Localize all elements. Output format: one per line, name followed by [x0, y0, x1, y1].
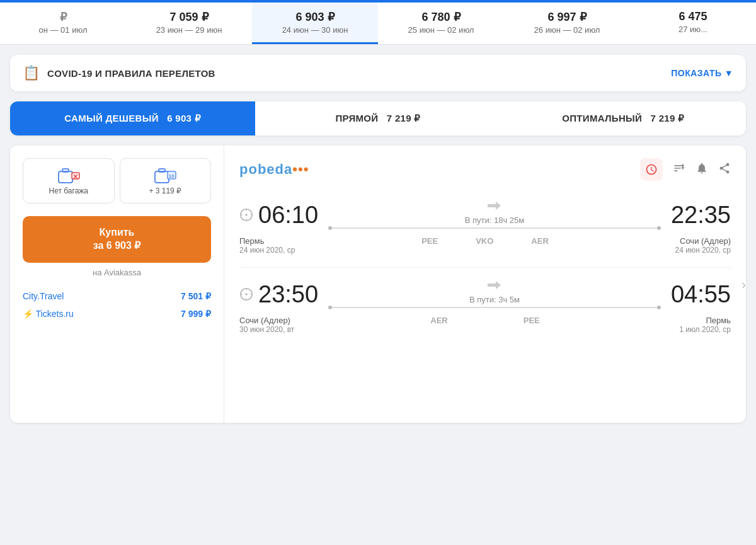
flight-duration-1: В пути: 18ч 25м: [328, 215, 661, 225]
buy-line1: Купить: [100, 227, 135, 238]
to-code-1: AER: [531, 236, 548, 246]
date-tab-dates-3: 25 июн — 02 июл: [388, 25, 494, 35]
flight-line-1: [328, 227, 661, 229]
from-city-2: Сочи (Адлер): [239, 316, 315, 325]
filter-tab-optimal[interactable]: ОПТИМАЛЬНЫЙ 7 219 ₽: [501, 101, 746, 135]
timer-icon: [645, 163, 658, 176]
alt-price-row-0[interactable]: City.Travel 7 501 ₽: [23, 287, 211, 305]
date-tab-price-2: 6 903 ₽: [262, 10, 368, 24]
flight-card: Нет багажа 10 + 3 119 ₽ Ку: [10, 146, 746, 423]
baggage-with-luggage[interactable]: 10 + 3 119 ₽: [120, 158, 212, 204]
svg-rect-5: [155, 171, 169, 183]
svg-rect-0: [59, 171, 72, 183]
arrive-time-1: 22:35: [671, 202, 731, 228]
buy-button[interactable]: Купить за 6 903 ₽: [23, 216, 211, 263]
depart-time-block-1: 06:10: [239, 202, 318, 229]
from-city-1: Пермь: [239, 236, 315, 246]
baggage-no-luggage-icon-wrap: [28, 166, 109, 184]
buy-source: на Aviakassa: [23, 268, 211, 277]
date-tab-2[interactable]: 6 903 ₽ 24 июн — 30 июн: [252, 3, 378, 44]
covid-icon: 📋: [23, 65, 40, 81]
filter-tab-direct-price: 7 219 ₽: [387, 113, 421, 123]
filter-tab-optimal-price: 7 219 ₽: [651, 113, 685, 123]
from-code-2: AER: [430, 316, 447, 325]
svg-rect-6: [159, 169, 165, 172]
flight-middle-2: В пути: 3ч 5м: [318, 278, 671, 311]
share-icon[interactable]: [718, 162, 731, 178]
date-tab-4[interactable]: 6 997 ₽ 26 июн — 02 июл: [504, 3, 630, 44]
date-tab-price-3: 6 780 ₽: [388, 10, 494, 24]
filter-tab-cheapest[interactable]: САМЫЙ ДЕШЕВЫЙ 6 903 ₽: [10, 101, 255, 135]
compass-icon-1: [239, 208, 253, 222]
covid-show-label: ПОКАЗАТЬ: [671, 68, 721, 78]
plane-icon-1: [328, 198, 661, 213]
flight-middle-1: В пути: 18ч 25м: [318, 198, 671, 231]
expand-arrow[interactable]: ›: [742, 277, 746, 292]
depart-time-2: 23:50: [258, 281, 318, 308]
buy-line2: за 6 903 ₽: [93, 240, 141, 251]
flight-codes-2: Сочи (Адлер) 30 июн 2020, вт AER PEE Пер…: [239, 316, 731, 334]
filter-tab-cheapest-price: 6 903 ₽: [167, 113, 201, 123]
segment-divider: [239, 267, 731, 268]
from-code-1: PEE: [421, 236, 438, 246]
covid-banner: 📋 COVID-19 И ПРАВИЛА ПЕРЕЛЕТОВ ПОКАЗАТЬ …: [10, 55, 746, 91]
date-tab-dates-4: 26 июн — 02 июл: [514, 25, 620, 35]
covid-show-button[interactable]: ПОКАЗАТЬ ▼: [671, 68, 733, 78]
airline-logo: pobeda•••: [239, 161, 309, 178]
svg-point-12: [245, 214, 248, 216]
to-city-2: Пермь: [655, 316, 731, 325]
arrive-time-block-2: 04:55: [671, 281, 731, 308]
flight-segment-2: 23:50 В пути: 3ч 5м 04:55: [239, 278, 731, 334]
date-tab-price-4: 6 997 ₽: [514, 10, 620, 24]
depart-time-block-2: 23:50: [239, 281, 318, 308]
airport-codes-row-1: PEE VKO AER: [421, 236, 549, 246]
to-date-2: 1 июл 2020, ср: [655, 325, 731, 334]
date-tab-3[interactable]: 6 780 ₽ 25 июн — 02 июл: [378, 3, 504, 44]
bell-icon[interactable]: [696, 162, 708, 178]
flight-row-2: 23:50 В пути: 3ч 5м 04:55: [239, 278, 731, 311]
filter-tab-optimal-label: ОПТИМАЛЬНЫЙ: [562, 113, 642, 123]
via-code-1: VKO: [476, 236, 493, 246]
baggage-with-luggage-icon-wrap: 10: [125, 166, 206, 184]
flight-duration-2: В пути: 3ч 5м: [328, 295, 661, 304]
covid-text: COVID-19 И ПРАВИЛА ПЕРЕЛЕТОВ: [47, 68, 215, 79]
airport-codes-row-2: AER PEE: [430, 316, 539, 325]
baggage-no-luggage[interactable]: Нет багажа: [23, 158, 115, 204]
covid-banner-left: 📋 COVID-19 И ПРАВИЛА ПЕРЕЛЕТОВ: [23, 65, 215, 81]
date-tab-dates-5: 27 ию...: [640, 25, 746, 34]
airport-right-2: Пермь 1 июл 2020, ср: [655, 316, 731, 334]
chevron-down-icon: ▼: [724, 68, 733, 78]
filter-tabs: САМЫЙ ДЕШЕВЫЙ 6 903 ₽ ПРЯМОЙ 7 219 ₽ ОПТ…: [10, 101, 746, 135]
airline-header: pobeda•••: [239, 158, 731, 181]
to-city-1: Сочи (Адлер): [655, 236, 731, 246]
flight-row-1: 06:10 В пути: 18ч 25м 22:35: [239, 198, 731, 231]
filter-icon[interactable]: [673, 162, 685, 178]
flight-segment-1: 06:10 В пути: 18ч 25м 22:35: [239, 198, 731, 255]
filter-tab-direct[interactable]: ПРЯМОЙ 7 219 ₽: [255, 101, 500, 135]
alt-price-row-1[interactable]: ⚡ Tickets.ru 7 999 ₽: [23, 305, 211, 323]
date-tab-dates-2: 24 июн — 30 июн: [262, 25, 368, 35]
to-code-2: PEE: [524, 316, 540, 325]
from-date-1: 24 июн 2020, ср: [239, 246, 315, 255]
baggage-no-luggage-label: Нет багажа: [28, 186, 109, 195]
arrive-time-2: 04:55: [671, 281, 731, 307]
date-tab-price-0: ₽: [10, 10, 116, 24]
flight-sidebar: Нет багажа 10 + 3 119 ₽ Ку: [10, 146, 224, 423]
timer-icon-wrap[interactable]: [640, 158, 663, 181]
filter-tab-cheapest-label: САМЫЙ ДЕШЕВЫЙ: [64, 113, 158, 123]
flight-details: pobeda•••: [224, 146, 746, 423]
from-date-2: 30 июн 2020, вт: [239, 325, 315, 334]
depart-time-1: 06:10: [258, 202, 318, 229]
airline-name: pobeda: [239, 161, 292, 177]
to-date-1: 24 июн 2020, ср: [655, 246, 731, 255]
date-tab-1[interactable]: 7 059 ₽ 23 июн — 29 июн: [126, 3, 252, 44]
date-tab-0[interactable]: ₽ он — 01 июл: [0, 3, 126, 44]
date-tab-5[interactable]: 6 475 27 ию...: [630, 3, 756, 44]
plane-icon-2: [328, 278, 661, 292]
date-tab-price-1: 7 059 ₽: [136, 10, 242, 24]
svg-point-14: [245, 293, 248, 295]
airport-left-2: Сочи (Адлер) 30 июн 2020, вт: [239, 316, 315, 334]
suitcase-x-icon: [57, 166, 80, 184]
flight-codes-1: Пермь 24 июн 2020, ср PEE VKO AER Сочи (…: [239, 236, 731, 255]
alt-price-tickets-ru: 7 999 ₽: [181, 309, 211, 319]
